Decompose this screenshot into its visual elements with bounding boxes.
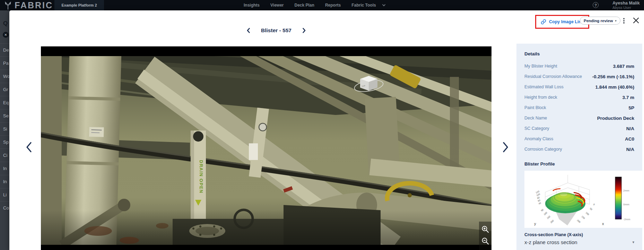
svg-text:200: 200 — [576, 219, 581, 223]
chevron-down-icon[interactable] — [382, 4, 386, 7]
sidebar-item[interactable]: Li — [0, 188, 9, 201]
sidebar-item[interactable]: Wo — [0, 70, 9, 83]
sidebar-item[interactable]: De — [0, 43, 9, 56]
svg-text:0: 0 — [593, 203, 595, 206]
details-rows: My Blister Height 3.687 mm Residual Corr… — [524, 61, 634, 154]
sidebar-item[interactable]: Pa — [0, 56, 9, 70]
svg-text:100: 100 — [585, 211, 590, 216]
svg-text:2mm: 2mm — [623, 189, 629, 192]
svg-text:150: 150 — [581, 215, 585, 220]
y-axis-label: y — [534, 222, 536, 226]
svg-text:100: 100 — [543, 211, 548, 216]
sidebar-item[interactable]: Co — [0, 201, 9, 214]
detail-row-wall-loss: Estimated Wall Loss 1.844 mm (40.6%) — [524, 82, 634, 92]
sidebar-item[interactable]: Eq — [0, 96, 9, 109]
detail-row-residual-corrosion: Residual Corrosion Allowance -0.256 mm (… — [524, 71, 634, 82]
sidebar-item[interactable]: In — [0, 175, 9, 188]
top-nav: Insights Viewer Deck Plan Reports Fabric… — [244, 0, 386, 10]
next-image-button[interactable] — [500, 141, 511, 153]
kebab-menu-icon[interactable] — [620, 17, 627, 25]
nav-viewer[interactable]: Viewer — [270, 3, 284, 8]
user-name: Ayesha Malik — [612, 1, 640, 6]
colorbar — [615, 177, 621, 219]
clear-filter-chip[interactable]: ✕ — [3, 32, 9, 38]
panel-scrollbar[interactable] — [642, 44, 644, 250]
nav-insights[interactable]: Insights — [244, 3, 260, 8]
nav-deck-plan[interactable]: Deck Plan — [295, 3, 314, 8]
blister-detail-modal: Copy Image Link Pending review ▾ Blister… — [9, 10, 644, 250]
zoom-out-icon[interactable] — [481, 237, 489, 245]
sidebar-item[interactable]: In — [0, 162, 9, 175]
details-heading: Details — [524, 51, 634, 56]
help-icon[interactable]: ? — [593, 2, 599, 8]
chevron-down-icon: ▾ — [632, 240, 634, 244]
blister-profile-chart[interactable]: 120 100 80 60 40 50 100 150 200 0 50 100… — [524, 171, 642, 228]
sidebar-item[interactable]: Sp — [0, 135, 9, 149]
photo-scene: DRAIN OPEN LP — [41, 56, 491, 245]
trident-icon — [3, 1, 12, 10]
platform-tab[interactable]: Example Platform 2 — [54, 0, 104, 10]
sidebar-item[interactable]: Si — [0, 122, 9, 135]
cross-section-select[interactable]: x-z plane cross section ▾ — [524, 239, 634, 245]
inspection-photo[interactable]: DRAIN OPEN LP — [41, 46, 491, 250]
filters-sidebar: Q ✕ De Pa Wo Gr Eq Se Si Sp Ci In In Li … — [0, 10, 9, 250]
svg-text:0mm: 0mm — [623, 203, 629, 206]
svg-text:-2mm: -2mm — [623, 218, 630, 221]
detail-row-anomaly-class: Anomaly Class AC0 — [524, 134, 634, 144]
svg-text:150: 150 — [546, 215, 551, 220]
prev-image-button[interactable] — [24, 141, 34, 153]
blister-profile-heading: Blister Profile — [524, 161, 634, 167]
detail-row-paint-block: Paint Block 5P — [524, 102, 634, 113]
top-bar: FABRIC Example Platform 2 Insights Viewe… — [0, 0, 644, 10]
detail-row-blister-height: My Blister Height 3.687 mm — [524, 61, 634, 71]
x-axis-label: x — [602, 222, 604, 226]
prev-item-chevron[interactable] — [246, 28, 251, 33]
photo-zoom-controls — [479, 222, 491, 250]
brand-text: FABRIC — [15, 0, 53, 10]
detail-row-height-from-deck: Height from deck 3.7 m — [524, 92, 634, 102]
link-icon — [541, 19, 546, 25]
details-panel: Details My Blister Height 3.687 mm Resid… — [516, 44, 644, 250]
sidebar-item[interactable]: Ci — [0, 149, 9, 162]
zoom-in-icon[interactable] — [481, 225, 489, 233]
fabric-logo[interactable]: FABRIC — [3, 0, 53, 10]
svg-text:50: 50 — [589, 207, 593, 211]
detail-row-corrosion-category: Corrosion Category N/A — [524, 144, 634, 154]
cross-section-value: x-z plane cross section — [524, 239, 577, 245]
page-title: Blister - 557 — [261, 27, 291, 34]
user-menu[interactable]: Ayesha Malik Abyss User — [612, 1, 640, 10]
sidebar-item[interactable]: Se — [0, 109, 9, 122]
nav-reports[interactable]: Reports — [325, 3, 341, 8]
sidebar-item[interactable]: Gr — [0, 83, 9, 96]
sidebar-list: De Pa Wo Gr Eq Se Si Sp Ci In In Li Co — [0, 43, 9, 214]
marker-label: LP — [362, 84, 365, 88]
copy-image-link-button[interactable]: Copy Image Link — [549, 19, 584, 24]
image-title-row: Blister - 557 — [246, 26, 307, 35]
next-item-chevron[interactable] — [301, 28, 307, 33]
chevron-down-icon: ▾ — [615, 19, 617, 23]
nav-fabric-tools[interactable]: Fabric Tools — [351, 3, 376, 8]
sidebar-header: Q — [3, 20, 9, 27]
status-badge: Pending review — [584, 19, 613, 23]
cross-section-label: Cross-section Plane (X-axis) — [524, 232, 634, 237]
status-dropdown[interactable]: Pending review ▾ — [580, 17, 620, 25]
detail-row-deck-name: Deck Name Production Deck — [524, 113, 634, 123]
close-icon[interactable] — [632, 16, 641, 25]
user-role: Abyss User — [612, 6, 640, 10]
svg-text:50: 50 — [540, 208, 544, 212]
drain-open-pipe-text: DRAIN OPEN — [199, 160, 204, 194]
detail-row-sc-category: SC Category N/A — [524, 123, 634, 134]
svg-text:200: 200 — [550, 219, 554, 224]
